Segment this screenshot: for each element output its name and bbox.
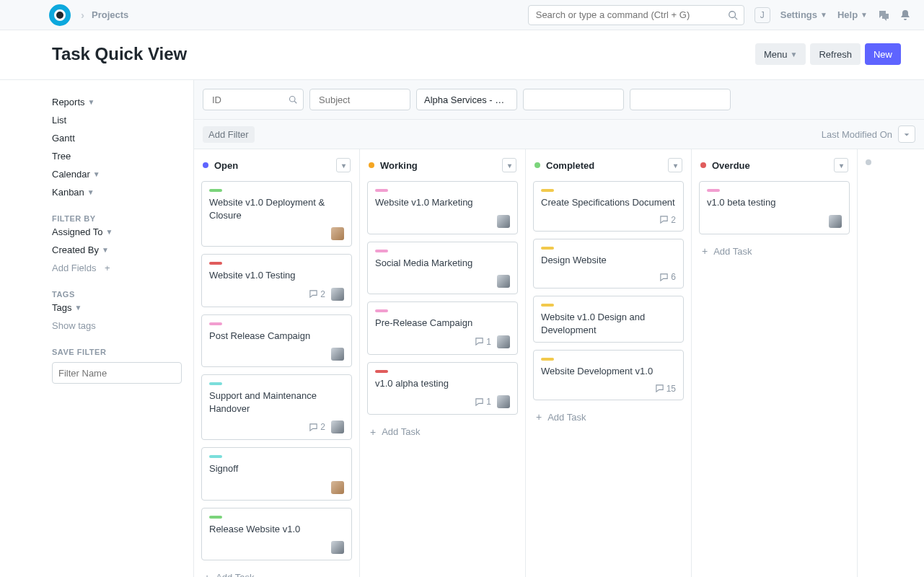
show-tags-button[interactable]: Show tags xyxy=(52,317,180,335)
filter-subject-input[interactable] xyxy=(317,94,402,106)
column-menu-button[interactable]: ▾ xyxy=(502,158,516,172)
comment-count: 2 xyxy=(309,422,325,432)
menu-button[interactable]: Menu▼ xyxy=(755,43,806,65)
priority-swatch xyxy=(541,304,554,307)
status-dot xyxy=(203,162,208,168)
comment-icon xyxy=(659,215,669,224)
task-card[interactable]: Website v1.0 Design and Development xyxy=(533,296,684,343)
task-card[interactable]: Pre-Release Campaign1 xyxy=(367,301,518,355)
add-task-button[interactable]: +Add Task xyxy=(367,422,518,441)
search-icon xyxy=(728,10,738,20)
status-dot xyxy=(700,162,706,168)
app-logo[interactable] xyxy=(49,4,71,26)
filter-project[interactable]: Alpha Services - Q2/ xyxy=(416,89,517,110)
help-menu[interactable]: Help▼ xyxy=(837,9,868,20)
filter-extra-1[interactable] xyxy=(523,89,624,110)
comment-icon xyxy=(655,384,664,393)
priority-swatch xyxy=(541,358,554,361)
task-card[interactable]: Website v1.0 Deployment & Closure xyxy=(201,181,352,247)
task-title: v1.0 alpha testing xyxy=(375,377,510,390)
global-search[interactable] xyxy=(528,5,744,25)
add-task-button[interactable]: +Add Task xyxy=(533,408,684,427)
settings-menu[interactable]: Settings▼ xyxy=(780,9,827,20)
task-card[interactable]: Design Website6 xyxy=(533,239,684,289)
sidebar-view-reports[interactable]: Reports ▼ xyxy=(52,93,180,111)
add-task-button[interactable]: +Add Task xyxy=(201,568,352,577)
sidebar-view-list[interactable]: List xyxy=(52,111,180,129)
task-card[interactable]: v1.0 beta testing xyxy=(699,181,850,234)
task-title: Signoff xyxy=(209,462,344,475)
comment-icon xyxy=(309,289,318,299)
bell-icon[interactable] xyxy=(899,9,911,21)
column-title: Overdue xyxy=(712,160,750,171)
comment-icon xyxy=(475,397,484,407)
breadcrumb-label: Projects xyxy=(92,9,128,20)
task-title: Website v1.0 Deployment & Closure xyxy=(209,196,344,221)
task-card[interactable]: Website v1.0 Testing2 xyxy=(201,254,352,307)
comment-count: 2 xyxy=(659,215,676,225)
sort-label[interactable]: Last Modified On xyxy=(822,129,892,140)
assignee-avatar xyxy=(331,420,344,433)
task-title: Website v1.0 Design and Development xyxy=(541,311,676,336)
priority-swatch xyxy=(375,189,388,192)
column-title: Open xyxy=(214,160,238,171)
topbar: › Projects J Settings▼ Help▼ xyxy=(0,0,924,30)
chat-icon[interactable] xyxy=(878,9,889,21)
filter-name-input[interactable] xyxy=(52,362,182,384)
task-card[interactable]: Social Media Marketing xyxy=(367,242,518,295)
filter-id[interactable] xyxy=(203,89,304,110)
sidebar-view-gantt[interactable]: Gantt xyxy=(52,129,180,147)
task-card[interactable]: v1.0 alpha testing1 xyxy=(367,362,518,415)
priority-swatch xyxy=(707,189,720,192)
new-button[interactable]: New xyxy=(865,43,901,65)
sidebar-view-tree[interactable]: Tree xyxy=(52,147,180,165)
filter-subject[interactable] xyxy=(309,89,410,110)
add-task-button[interactable]: +Add Task xyxy=(699,242,850,261)
filter-bar: Alpha Services - Q2/ xyxy=(194,80,924,120)
plus-icon: + xyxy=(702,246,708,256)
filter-id-input[interactable] xyxy=(211,94,296,106)
sort-direction-button[interactable] xyxy=(898,125,915,143)
add-fields-button[interactable]: Add Fields + xyxy=(52,259,180,277)
filter-extra-2[interactable] xyxy=(630,89,731,110)
status-dot xyxy=(369,162,374,168)
column-menu-button[interactable]: ▾ xyxy=(834,158,848,172)
sidebar-view-calendar[interactable]: Calendar ▼ xyxy=(52,165,180,183)
add-filter-button[interactable]: Add Filter xyxy=(203,126,255,143)
chevron-down-icon: ▼ xyxy=(106,228,113,236)
user-avatar[interactable]: J xyxy=(754,7,770,23)
kanban-column-completed: Completed▾Create Specifications Document… xyxy=(526,149,692,577)
tags-dropdown[interactable]: Tags▼ xyxy=(52,299,180,317)
task-card[interactable]: Release Website v1.0 xyxy=(201,508,352,561)
priority-swatch xyxy=(209,516,222,519)
priority-swatch xyxy=(209,382,222,385)
priority-swatch xyxy=(209,189,222,192)
search-icon xyxy=(289,95,297,104)
sidebar-filter-assigned-to[interactable]: Assigned To▼ xyxy=(52,223,180,241)
column-menu-button[interactable]: ▾ xyxy=(668,158,682,172)
comment-count: 1 xyxy=(475,397,491,407)
task-title: Post Release Campaign xyxy=(209,330,344,343)
kanban-column-peek xyxy=(858,149,879,577)
task-card[interactable]: Website v1.0 Marketing xyxy=(367,181,518,234)
status-dot xyxy=(866,159,871,165)
assignee-avatar xyxy=(497,395,510,408)
task-card[interactable]: Support and Maintenance Handover2 xyxy=(201,374,352,440)
task-title: Website v1.0 Testing xyxy=(209,269,344,282)
task-card[interactable]: Create Specifications Document2 xyxy=(533,181,684,232)
column-header: Completed▾ xyxy=(526,149,691,181)
sidebar-filter-created-by[interactable]: Created By▼ xyxy=(52,241,180,259)
breadcrumb[interactable]: › Projects xyxy=(81,9,128,21)
task-card[interactable]: Website Development v1.015 xyxy=(533,350,684,400)
sidebar-view-kanban[interactable]: Kanban ▼ xyxy=(52,183,180,201)
priority-swatch xyxy=(375,250,388,252)
comment-icon xyxy=(475,337,484,346)
refresh-button[interactable]: Refresh xyxy=(810,43,861,65)
comment-icon xyxy=(309,423,318,432)
task-card[interactable]: Signoff xyxy=(201,447,352,501)
svg-line-1 xyxy=(734,17,737,19)
plus-icon: + xyxy=(370,427,376,437)
search-input[interactable] xyxy=(534,9,728,21)
column-menu-button[interactable]: ▾ xyxy=(336,158,351,172)
task-card[interactable]: Post Release Campaign xyxy=(201,314,352,368)
